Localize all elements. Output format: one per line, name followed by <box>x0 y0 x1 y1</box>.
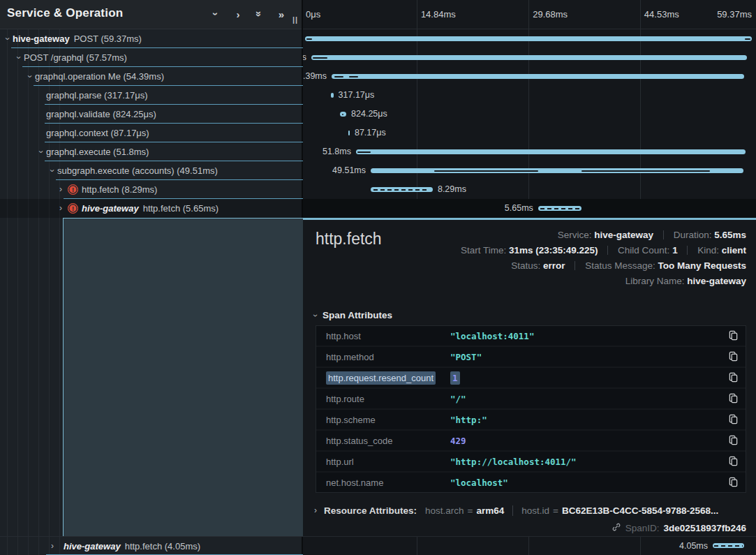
attribute-key: http.host <box>316 331 450 341</box>
tree-row[interactable]: graphql.context (87.17μs) <box>0 124 303 142</box>
copy-icon[interactable] <box>728 351 739 364</box>
copy-icon[interactable] <box>728 372 739 385</box>
span-title: http.fetch <box>316 230 382 249</box>
tree-row[interactable]: graphql.parse (317.17μs) <box>0 86 303 105</box>
expand-one-icon[interactable]: › <box>233 8 243 20</box>
span-duration-label: 51.8ms <box>318 142 356 161</box>
meta-library-name: hive-gateway <box>687 276 746 286</box>
collapse-one-icon[interactable]: › <box>210 9 223 19</box>
attribute-key: http.status_code <box>316 436 450 446</box>
service-name: hive-gateway <box>64 541 121 552</box>
copy-icon[interactable] <box>728 435 739 448</box>
resource-key: host.arch <box>425 505 464 516</box>
span-bar[interactable] <box>340 112 346 117</box>
copy-icon[interactable] <box>728 330 739 343</box>
error-icon: ! <box>68 184 78 195</box>
span-duration-label: 54.39ms <box>303 67 332 86</box>
span-label: http.fetch (4.05ms) <box>125 541 200 552</box>
timeline-header: 0μs 14.84ms 29.68ms 44.53ms 59.37ms <box>303 0 756 29</box>
link-icon[interactable] <box>612 522 621 534</box>
span-attributes-header[interactable]: ›Span Attributes <box>314 310 392 320</box>
attribute-value: 1 <box>450 371 460 385</box>
span-bar[interactable] <box>371 168 743 173</box>
span-tree-panel: Service & Operation › › » » || › hive-ga… <box>0 0 303 555</box>
timeline-row: 4.05ms <box>303 537 756 555</box>
attribute-key: net.host.name <box>316 478 450 488</box>
span-bar[interactable] <box>713 543 744 548</box>
timeline-area: 0μs 14.84ms 29.68ms 44.53ms 59.37ms 57.5… <box>303 0 756 555</box>
tree-row[interactable]: › graphql.execute (51.8ms) <box>0 142 303 161</box>
time-tick: 44.53ms <box>644 0 679 29</box>
chevron-down-icon: › <box>311 314 320 317</box>
span-id-row: SpanID: 3de02518937fb246 <box>612 522 746 534</box>
attribute-value: "localhost" <box>450 478 508 488</box>
expand-all-icon[interactable]: » <box>276 8 286 20</box>
error-icon: ! <box>68 203 78 214</box>
span-label: graphql.parse (317.17μs) <box>46 86 148 105</box>
attribute-value: "POST" <box>450 352 482 362</box>
timeline-bottom-row: 4.05ms <box>303 536 756 555</box>
span-label: graphql.context (87.17μs) <box>46 124 149 142</box>
attribute-key: http.method <box>316 352 450 362</box>
span-duration-label: 57.57ms <box>303 48 311 67</box>
timeline-row: 49.51ms <box>303 161 756 180</box>
span-meta: Service: hive-gateway Duration: 5.65ms S… <box>461 228 746 289</box>
tree-row[interactable]: graphql.validate (824.25μs) <box>0 105 303 124</box>
service-name: hive-gateway <box>13 34 70 44</box>
attribute-row: http.scheme "http:" <box>316 410 746 429</box>
copy-icon[interactable] <box>728 414 739 427</box>
time-tick: 0μs <box>306 0 320 29</box>
trace-viewer: Service & Operation › › » » || › hive-ga… <box>0 0 756 555</box>
span-label: subgraph.execute (accounts) (49.51ms) <box>57 161 218 180</box>
span-bar[interactable] <box>356 149 746 154</box>
timeline-row-selected: 5.65ms <box>303 199 756 218</box>
copy-icon[interactable] <box>728 477 739 490</box>
span-tree-bottom: › hive-gatewayhttp.fetch (4.05ms) <box>0 536 303 555</box>
tree-row[interactable]: › hive-gatewayPOST (59.37ms) <box>0 29 303 48</box>
chevron-right-icon[interactable]: › <box>57 180 65 199</box>
tree-row[interactable]: › subgraph.execute (accounts) (49.51ms) <box>0 161 303 180</box>
meta-child-count: 1 <box>672 245 678 256</box>
chevron-right-icon: › <box>314 505 317 515</box>
chevron-right-icon[interactable]: › <box>48 537 57 555</box>
span-bar[interactable] <box>305 36 752 41</box>
attribute-value: "http:" <box>450 415 487 425</box>
span-tree: › hive-gatewayPOST (59.37ms) › POST /gra… <box>0 29 303 218</box>
copy-icon[interactable] <box>728 456 739 469</box>
tree-row[interactable]: › POST /graphql (57.57ms) <box>0 48 303 67</box>
timeline-row: 51.8ms <box>303 142 756 161</box>
tree-header-title: Service & Operation <box>7 6 123 20</box>
resource-attributes-row[interactable]: › Resource Attributes: host.arch = arm64… <box>314 500 746 521</box>
tree-row[interactable]: › graphql.operation Me (54.39ms) <box>0 67 303 86</box>
meta-kind: client <box>722 245 746 256</box>
span-bar[interactable] <box>371 187 433 192</box>
span-bar[interactable] <box>332 74 744 79</box>
span-duration-label: 5.65ms <box>500 199 538 218</box>
span-duration-label: 824.25μs <box>346 105 392 124</box>
time-tick: 29.68ms <box>533 0 568 29</box>
copy-icon[interactable] <box>728 393 739 406</box>
span-label: POST (59.37ms) <box>74 34 142 44</box>
span-id-label: SpanID: <box>625 523 660 533</box>
span-attributes-table: http.host "localhost:4011" http.method "… <box>316 325 746 493</box>
attribute-row: http.status_code 429 <box>316 431 746 450</box>
span-label: graphql.execute (51.8ms) <box>46 142 149 161</box>
timeline-row: 57.57ms <box>303 48 756 67</box>
span-bar[interactable] <box>538 206 581 211</box>
tree-header: Service & Operation › › » » || <box>0 0 302 29</box>
tree-row[interactable]: › ! http.fetch (8.29ms) <box>0 180 303 199</box>
collapse-all-icon[interactable]: » <box>253 9 266 19</box>
span-duration-label: 4.05ms <box>674 537 713 555</box>
span-duration-label: 8.29ms <box>433 180 471 199</box>
tree-row[interactable]: › hive-gatewayhttp.fetch (4.05ms) <box>0 536 303 555</box>
attribute-row: http.method "POST" <box>316 347 746 367</box>
span-bar[interactable] <box>311 55 747 60</box>
span-detail-panel: http.fetch Service: hive-gateway Duratio… <box>303 218 756 536</box>
attribute-key: http.route <box>316 394 450 404</box>
chevron-right-icon[interactable]: › <box>57 199 65 218</box>
resource-key: host.id <box>521 505 549 516</box>
meta-status-message: Too Many Requests <box>658 260 746 271</box>
meta-service: hive-gateway <box>594 230 653 240</box>
tree-row-selected[interactable]: › ! hive-gatewayhttp.fetch (5.65ms) <box>0 199 303 218</box>
panel-resize-handle[interactable]: || <box>292 15 298 24</box>
